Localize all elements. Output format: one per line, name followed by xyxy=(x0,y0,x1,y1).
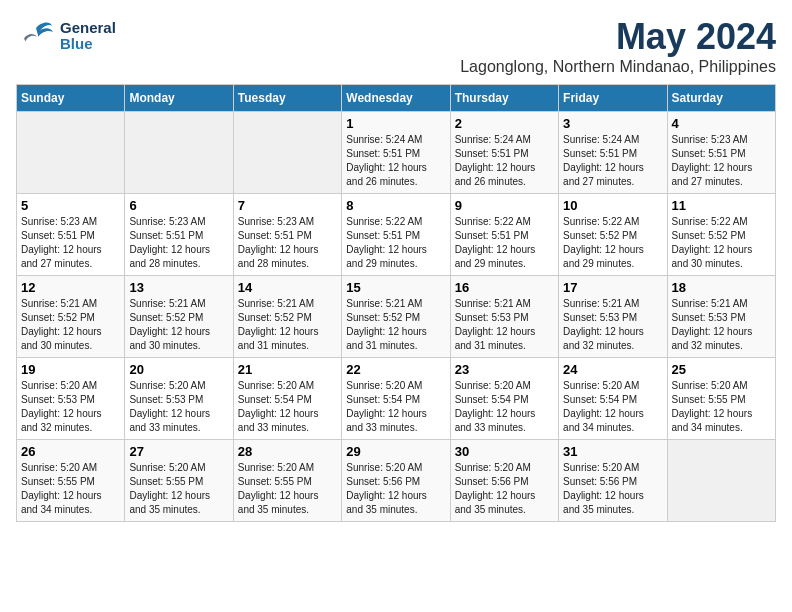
calendar-cell-w1-d2 xyxy=(125,112,233,194)
calendar-cell-w2-d2: 6Sunrise: 5:23 AMSunset: 5:51 PMDaylight… xyxy=(125,194,233,276)
day-info: Sunrise: 5:20 AMSunset: 5:53 PMDaylight:… xyxy=(129,379,228,435)
calendar-cell-w1-d3 xyxy=(233,112,341,194)
calendar-cell-w1-d5: 2Sunrise: 5:24 AMSunset: 5:51 PMDaylight… xyxy=(450,112,558,194)
day-info: Sunrise: 5:20 AMSunset: 5:54 PMDaylight:… xyxy=(455,379,554,435)
day-info: Sunrise: 5:20 AMSunset: 5:56 PMDaylight:… xyxy=(455,461,554,517)
day-info: Sunrise: 5:24 AMSunset: 5:51 PMDaylight:… xyxy=(563,133,662,189)
calendar-cell-w2-d4: 8Sunrise: 5:22 AMSunset: 5:51 PMDaylight… xyxy=(342,194,450,276)
calendar-cell-w3-d1: 12Sunrise: 5:21 AMSunset: 5:52 PMDayligh… xyxy=(17,276,125,358)
logo-icon xyxy=(16,16,56,56)
calendar-cell-w3-d6: 17Sunrise: 5:21 AMSunset: 5:53 PMDayligh… xyxy=(559,276,667,358)
title-area: May 2024 Lagonglong, Northern Mindanao, … xyxy=(460,16,776,76)
day-info: Sunrise: 5:24 AMSunset: 5:51 PMDaylight:… xyxy=(346,133,445,189)
main-title: May 2024 xyxy=(460,16,776,58)
day-number: 3 xyxy=(563,116,662,131)
day-info: Sunrise: 5:20 AMSunset: 5:55 PMDaylight:… xyxy=(672,379,771,435)
day-info: Sunrise: 5:20 AMSunset: 5:54 PMDaylight:… xyxy=(346,379,445,435)
calendar-header-row: Sunday Monday Tuesday Wednesday Thursday… xyxy=(17,85,776,112)
day-number: 7 xyxy=(238,198,337,213)
day-info: Sunrise: 5:23 AMSunset: 5:51 PMDaylight:… xyxy=(238,215,337,271)
header: General Blue May 2024 Lagonglong, Northe… xyxy=(16,16,776,76)
day-info: Sunrise: 5:20 AMSunset: 5:54 PMDaylight:… xyxy=(238,379,337,435)
calendar-cell-w4-d4: 22Sunrise: 5:20 AMSunset: 5:54 PMDayligh… xyxy=(342,358,450,440)
header-thursday: Thursday xyxy=(450,85,558,112)
calendar-table: Sunday Monday Tuesday Wednesday Thursday… xyxy=(16,84,776,522)
day-number: 10 xyxy=(563,198,662,213)
day-number: 22 xyxy=(346,362,445,377)
day-number: 24 xyxy=(563,362,662,377)
day-info: Sunrise: 5:20 AMSunset: 5:55 PMDaylight:… xyxy=(21,461,120,517)
day-info: Sunrise: 5:20 AMSunset: 5:55 PMDaylight:… xyxy=(238,461,337,517)
calendar-cell-w4-d1: 19Sunrise: 5:20 AMSunset: 5:53 PMDayligh… xyxy=(17,358,125,440)
day-number: 23 xyxy=(455,362,554,377)
day-number: 17 xyxy=(563,280,662,295)
header-tuesday: Tuesday xyxy=(233,85,341,112)
day-number: 5 xyxy=(21,198,120,213)
day-info: Sunrise: 5:23 AMSunset: 5:51 PMDaylight:… xyxy=(21,215,120,271)
week-row-2: 5Sunrise: 5:23 AMSunset: 5:51 PMDaylight… xyxy=(17,194,776,276)
day-number: 1 xyxy=(346,116,445,131)
calendar-cell-w4-d2: 20Sunrise: 5:20 AMSunset: 5:53 PMDayligh… xyxy=(125,358,233,440)
day-number: 18 xyxy=(672,280,771,295)
week-row-3: 12Sunrise: 5:21 AMSunset: 5:52 PMDayligh… xyxy=(17,276,776,358)
day-info: Sunrise: 5:21 AMSunset: 5:53 PMDaylight:… xyxy=(672,297,771,353)
calendar-cell-w3-d5: 16Sunrise: 5:21 AMSunset: 5:53 PMDayligh… xyxy=(450,276,558,358)
day-number: 20 xyxy=(129,362,228,377)
day-number: 6 xyxy=(129,198,228,213)
day-number: 9 xyxy=(455,198,554,213)
day-info: Sunrise: 5:20 AMSunset: 5:53 PMDaylight:… xyxy=(21,379,120,435)
calendar-cell-w2-d6: 10Sunrise: 5:22 AMSunset: 5:52 PMDayligh… xyxy=(559,194,667,276)
day-info: Sunrise: 5:23 AMSunset: 5:51 PMDaylight:… xyxy=(129,215,228,271)
day-number: 14 xyxy=(238,280,337,295)
calendar-cell-w5-d1: 26Sunrise: 5:20 AMSunset: 5:55 PMDayligh… xyxy=(17,440,125,522)
calendar-cell-w2-d1: 5Sunrise: 5:23 AMSunset: 5:51 PMDaylight… xyxy=(17,194,125,276)
calendar-cell-w1-d7: 4Sunrise: 5:23 AMSunset: 5:51 PMDaylight… xyxy=(667,112,775,194)
day-info: Sunrise: 5:21 AMSunset: 5:53 PMDaylight:… xyxy=(455,297,554,353)
header-wednesday: Wednesday xyxy=(342,85,450,112)
day-number: 28 xyxy=(238,444,337,459)
calendar-cell-w1-d6: 3Sunrise: 5:24 AMSunset: 5:51 PMDaylight… xyxy=(559,112,667,194)
calendar-cell-w4-d6: 24Sunrise: 5:20 AMSunset: 5:54 PMDayligh… xyxy=(559,358,667,440)
day-number: 21 xyxy=(238,362,337,377)
day-info: Sunrise: 5:20 AMSunset: 5:56 PMDaylight:… xyxy=(563,461,662,517)
calendar-cell-w1-d1 xyxy=(17,112,125,194)
day-number: 26 xyxy=(21,444,120,459)
calendar-cell-w5-d5: 30Sunrise: 5:20 AMSunset: 5:56 PMDayligh… xyxy=(450,440,558,522)
day-info: Sunrise: 5:20 AMSunset: 5:54 PMDaylight:… xyxy=(563,379,662,435)
day-number: 30 xyxy=(455,444,554,459)
subtitle: Lagonglong, Northern Mindanao, Philippin… xyxy=(460,58,776,76)
day-number: 4 xyxy=(672,116,771,131)
week-row-1: 1Sunrise: 5:24 AMSunset: 5:51 PMDaylight… xyxy=(17,112,776,194)
day-number: 16 xyxy=(455,280,554,295)
calendar-cell-w3-d7: 18Sunrise: 5:21 AMSunset: 5:53 PMDayligh… xyxy=(667,276,775,358)
day-info: Sunrise: 5:23 AMSunset: 5:51 PMDaylight:… xyxy=(672,133,771,189)
day-info: Sunrise: 5:22 AMSunset: 5:51 PMDaylight:… xyxy=(346,215,445,271)
day-number: 11 xyxy=(672,198,771,213)
day-number: 8 xyxy=(346,198,445,213)
calendar-cell-w3-d3: 14Sunrise: 5:21 AMSunset: 5:52 PMDayligh… xyxy=(233,276,341,358)
calendar-cell-w1-d4: 1Sunrise: 5:24 AMSunset: 5:51 PMDaylight… xyxy=(342,112,450,194)
logo-blue-text: Blue xyxy=(60,36,116,53)
week-row-5: 26Sunrise: 5:20 AMSunset: 5:55 PMDayligh… xyxy=(17,440,776,522)
day-number: 31 xyxy=(563,444,662,459)
calendar-cell-w3-d4: 15Sunrise: 5:21 AMSunset: 5:52 PMDayligh… xyxy=(342,276,450,358)
day-number: 27 xyxy=(129,444,228,459)
logo-text: General Blue xyxy=(60,20,116,53)
calendar-cell-w4-d3: 21Sunrise: 5:20 AMSunset: 5:54 PMDayligh… xyxy=(233,358,341,440)
calendar-cell-w5-d3: 28Sunrise: 5:20 AMSunset: 5:55 PMDayligh… xyxy=(233,440,341,522)
week-row-4: 19Sunrise: 5:20 AMSunset: 5:53 PMDayligh… xyxy=(17,358,776,440)
day-number: 19 xyxy=(21,362,120,377)
header-friday: Friday xyxy=(559,85,667,112)
calendar-cell-w4-d7: 25Sunrise: 5:20 AMSunset: 5:55 PMDayligh… xyxy=(667,358,775,440)
calendar-cell-w5-d6: 31Sunrise: 5:20 AMSunset: 5:56 PMDayligh… xyxy=(559,440,667,522)
calendar-cell-w5-d4: 29Sunrise: 5:20 AMSunset: 5:56 PMDayligh… xyxy=(342,440,450,522)
day-info: Sunrise: 5:22 AMSunset: 5:52 PMDaylight:… xyxy=(672,215,771,271)
calendar-cell-w2-d3: 7Sunrise: 5:23 AMSunset: 5:51 PMDaylight… xyxy=(233,194,341,276)
day-number: 25 xyxy=(672,362,771,377)
day-info: Sunrise: 5:22 AMSunset: 5:51 PMDaylight:… xyxy=(455,215,554,271)
day-number: 2 xyxy=(455,116,554,131)
logo-general-text: General xyxy=(60,20,116,37)
calendar-cell-w3-d2: 13Sunrise: 5:21 AMSunset: 5:52 PMDayligh… xyxy=(125,276,233,358)
day-number: 15 xyxy=(346,280,445,295)
calendar-cell-w2-d7: 11Sunrise: 5:22 AMSunset: 5:52 PMDayligh… xyxy=(667,194,775,276)
